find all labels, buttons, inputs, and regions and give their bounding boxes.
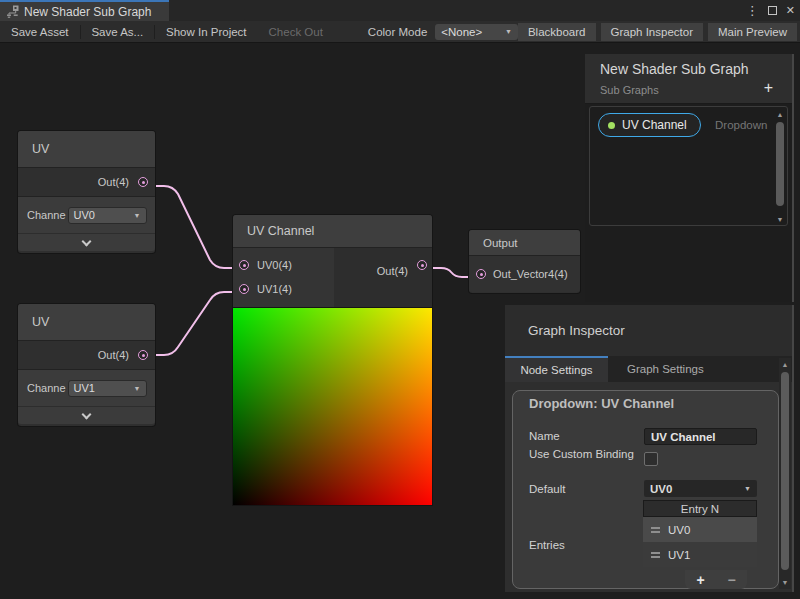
channel-label: Channe <box>27 209 66 221</box>
inspector-title: Graph Inspector <box>505 305 792 356</box>
chevron-down-icon: ▼ <box>505 28 512 35</box>
graph-toolbar: Save Asset Save As... Show In Project Ch… <box>0 21 800 43</box>
tab-title: New Shader Sub Graph <box>24 5 151 19</box>
collapse-chevron-icon <box>82 409 92 419</box>
port-label: Out(4) <box>98 176 129 188</box>
section-title: Dropdown: UV Channel <box>529 396 674 411</box>
channel-label: Channe <box>27 382 66 394</box>
color-mode-dropdown[interactable]: <None> ▼ <box>435 24 518 40</box>
blackboard-property-list: UV Channel Dropdown ▲ ▼ <box>589 106 788 226</box>
entry-row-uv1[interactable]: UV1 <box>643 542 757 567</box>
dropdown-settings-section: Dropdown: UV Channel Name Use Custom Bin… <box>512 390 779 589</box>
property-pill-uv-channel[interactable]: UV Channel <box>598 113 701 137</box>
save-asset-button[interactable]: Save Asset <box>0 21 80 42</box>
blackboard-panel: New Shader Sub Graph Sub Graphs + UV Cha… <box>585 54 794 302</box>
exposed-dot-icon <box>608 122 615 129</box>
scrollbar-thumb[interactable] <box>781 372 789 570</box>
blackboard-subtitle: Sub Graphs <box>600 84 782 96</box>
collapse-chevron-icon <box>82 236 92 246</box>
color-mode-label: Color Mode <box>368 26 427 38</box>
channel-dropdown-value: UV0 <box>74 209 95 221</box>
node-title: UV <box>18 304 155 341</box>
node-uv-a[interactable]: UV Out(4) Channe UV0 ▼ <box>18 131 155 253</box>
channel-control-row: Channe UV1 ▼ <box>18 370 155 406</box>
entries-label: Entries <box>529 538 565 553</box>
edge-uv1[interactable] <box>146 292 238 355</box>
color-mode-value: <None> <box>441 26 482 38</box>
remove-entry-button[interactable]: − <box>727 573 735 587</box>
graph-tab[interactable]: New Shader Sub Graph <box>0 0 169 21</box>
output-port[interactable] <box>138 177 148 187</box>
close-icon[interactable]: ✕ <box>786 4 795 17</box>
blackboard-title: New Shader Sub Graph <box>600 61 782 77</box>
blackboard-header: New Shader Sub Graph Sub Graphs + <box>585 54 792 104</box>
blackboard-scrollbar: ▲ ▼ <box>774 109 786 225</box>
scrollbar-thumb[interactable] <box>776 122 784 206</box>
window-controls: ⋮ ✕ <box>746 0 795 21</box>
node-output[interactable]: Output Out_Vector4(4) <box>469 230 580 293</box>
collapse-toggle[interactable] <box>18 406 155 424</box>
window-titlebar: New Shader Sub Graph ⋮ ✕ <box>0 0 800 21</box>
shader-graph-window: UV Out(4) Channe UV0 ▼ UV Out(4) Channe … <box>0 0 800 599</box>
property-type-label: Dropdown <box>715 119 767 131</box>
entries-list-footer: + − <box>685 570 747 589</box>
port-label: UV0(4) <box>257 259 292 271</box>
name-input[interactable] <box>644 428 757 445</box>
default-dropdown[interactable]: UV0 ▼ <box>644 480 757 497</box>
property-name: UV Channel <box>622 118 687 132</box>
entries-column-header: Entry N <box>643 500 757 517</box>
main-preview-toggle-button[interactable]: Main Preview <box>708 23 797 41</box>
maximize-icon[interactable] <box>768 6 777 15</box>
node-body: UV0(4) UV1(4) Out(4) <box>233 248 432 307</box>
entry-row-uv0[interactable]: UV0 <box>643 517 757 542</box>
scroll-up-icon[interactable]: ▲ <box>774 111 786 118</box>
chevron-down-icon: ▼ <box>744 485 751 492</box>
check-out-button: Check Out <box>258 21 334 42</box>
port-label: UV1(4) <box>257 283 292 295</box>
input-port[interactable] <box>476 269 486 279</box>
node-title: UV <box>18 131 155 168</box>
use-custom-binding-checkbox[interactable] <box>644 452 658 466</box>
inspector-scrollbar: ▲ ▼ <box>779 358 791 589</box>
input-port-uv0[interactable] <box>239 260 249 270</box>
uv-gradient-preview <box>233 308 432 505</box>
tab-node-settings[interactable]: Node Settings <box>505 356 608 382</box>
channel-dropdown[interactable]: UV0 ▼ <box>68 207 147 224</box>
name-label: Name <box>529 429 560 444</box>
output-ports-column: Out(4) <box>334 248 432 307</box>
scroll-down-icon[interactable]: ▼ <box>774 216 786 223</box>
menu-dots-icon[interactable]: ⋮ <box>746 0 759 21</box>
channel-dropdown-value: UV1 <box>74 382 95 394</box>
input-port-uv1[interactable] <box>239 284 249 294</box>
drag-handle-icon[interactable] <box>651 527 660 533</box>
save-as-button[interactable]: Save As... <box>80 21 154 42</box>
channel-dropdown[interactable]: UV1 ▼ <box>68 380 147 397</box>
port-label: Out(4) <box>98 349 129 361</box>
node-uv-channel[interactable]: UV Channel UV0(4) UV1(4) Out(4) <box>233 215 432 308</box>
graph-inspector-toggle-button[interactable]: Graph Inspector <box>601 23 703 41</box>
add-property-button[interactable]: + <box>764 80 773 96</box>
collapse-toggle[interactable] <box>18 233 155 251</box>
scroll-up-icon[interactable]: ▲ <box>779 361 791 368</box>
tab-graph-settings[interactable]: Graph Settings <box>608 356 723 382</box>
default-dropdown-value: UV0 <box>650 483 672 495</box>
chevron-down-icon: ▼ <box>134 385 141 392</box>
node-uv-b[interactable]: UV Out(4) Channe UV1 ▼ <box>18 304 155 426</box>
drag-handle-icon[interactable] <box>651 552 660 558</box>
port-label: Out_Vector4(4) <box>493 268 568 280</box>
output-port-row: Out(4) <box>18 168 155 197</box>
edge-out[interactable] <box>427 268 475 277</box>
output-port[interactable] <box>417 260 427 270</box>
output-port-row: Out(4) <box>18 341 155 370</box>
use-custom-binding-label: Use Custom Binding <box>529 447 635 462</box>
port-label: Out(4) <box>377 265 408 277</box>
entry-value: UV1 <box>668 549 690 561</box>
input-port-row: UV0(4) <box>233 253 334 277</box>
shader-graph-icon <box>6 5 19 18</box>
edge-uv0[interactable] <box>146 186 238 268</box>
blackboard-toggle-button[interactable]: Blackboard <box>518 23 596 41</box>
scroll-down-icon[interactable]: ▼ <box>779 579 791 586</box>
add-entry-button[interactable]: + <box>696 573 704 587</box>
show-in-project-button[interactable]: Show In Project <box>155 21 258 42</box>
output-port[interactable] <box>138 350 148 360</box>
